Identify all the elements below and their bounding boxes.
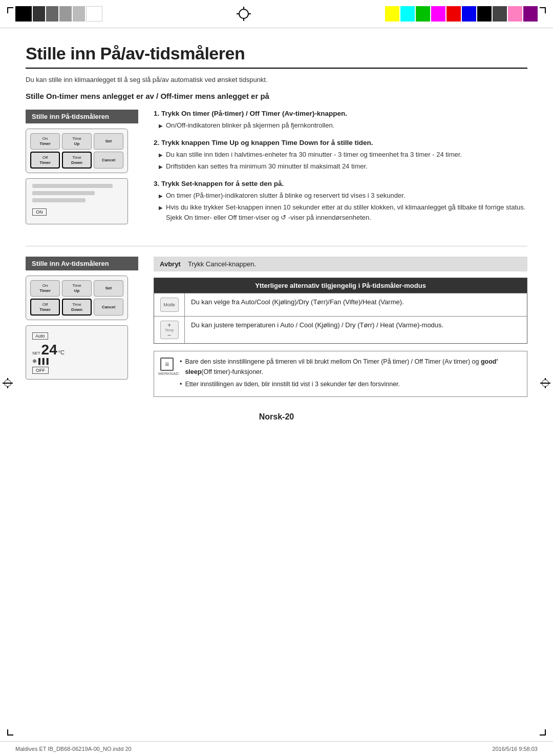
- swatch-purple: [523, 6, 538, 22]
- off-timer-btn2[interactable]: Off Timer: [30, 299, 60, 316]
- alt-text-cell-1: Du kan velge fra Auto/Cool (Kjøling)/Dry…: [185, 293, 527, 316]
- set-label: SET: [32, 351, 40, 355]
- section1-label: Stille inn På-tidsmåleren: [26, 110, 138, 123]
- btn-cancel-label: Cancel: [102, 158, 115, 163]
- step1-title: 1. Trykk On timer (På-timer) / Off Timer…: [154, 110, 527, 117]
- crosshair-circle: [239, 9, 249, 19]
- note-icon-inner: ≡: [160, 358, 174, 371]
- time-down-btn2[interactable]: Time Down: [62, 299, 92, 316]
- section1-right: 1. Trykk On timer (På-timer) / Off Timer…: [154, 110, 527, 230]
- bottom-bar: Maldives ET IB_DB68-06219A-00_NO.indd 20…: [0, 741, 553, 756]
- off-badge: OFF: [32, 367, 49, 374]
- temp-unit: °C: [58, 349, 65, 355]
- btn-time-label: Time: [72, 136, 81, 141]
- remote-control-2: On Timer Time Up Set Off Timer: [26, 276, 128, 320]
- on-timer-btn2[interactable]: On Timer: [30, 280, 60, 297]
- alt-icon-cell-1: Mode: [154, 293, 185, 316]
- plus-symbol: +: [167, 322, 172, 328]
- avbryt-text: Trykk Cancel-knappen.: [188, 260, 256, 268]
- top-crosshair: [237, 7, 251, 21]
- section2-label: Stille inn Av-tidsmåleren: [26, 257, 138, 270]
- btn-on-label: On: [42, 136, 48, 141]
- note-text-2: Etter innstillingen av tiden, blir innst…: [185, 379, 400, 389]
- alt-text-cell-2: Du kan justere temperaturen i Auto / Coo…: [185, 317, 527, 343]
- cancel-btn2[interactable]: Cancel: [94, 299, 123, 316]
- mode-icon: Mode: [160, 298, 179, 312]
- set-btn[interactable]: Set: [94, 133, 123, 150]
- off-timer-btn[interactable]: Off Timer: [30, 152, 60, 169]
- btn-timer-label: Timer: [39, 141, 51, 146]
- minus-symbol: −: [167, 332, 172, 339]
- remote-control-1: On Timer Time Up Set Off Timer: [26, 129, 128, 173]
- time-up-btn[interactable]: Time Up: [62, 133, 92, 150]
- swatch-darkgray: [493, 6, 507, 22]
- step-3: 3. Trykk Set-knappen for å sette den på.…: [154, 180, 527, 223]
- step2-bullet-2: Driftstiden kan settes fra minimum 30 mi…: [159, 161, 527, 172]
- av-icons: ❄ ▌▌▌: [32, 358, 121, 365]
- corner-mark-bl: [7, 729, 13, 736]
- temp-number: 24: [41, 343, 57, 357]
- merknad-label: MERKNAD: [158, 371, 179, 377]
- swatch-mid: [46, 6, 58, 22]
- cancel-btn[interactable]: Cancel: [94, 152, 123, 169]
- section2-left: Stille inn Av-tidsmåleren On Timer Time …: [26, 257, 138, 397]
- section-divider: [26, 246, 527, 246]
- alt-row-2: + Temp − Du kan justere temperaturen i A…: [154, 316, 527, 343]
- set-btn2[interactable]: Set: [94, 280, 123, 297]
- swatch-dark: [33, 6, 45, 22]
- step-2: 2. Trykk knappen Time Up og knappen Time…: [154, 139, 527, 172]
- time-up-btn2[interactable]: Time Up: [62, 280, 92, 297]
- remote-buttons-2: On Timer Time Up Set Off Timer: [30, 280, 123, 316]
- page-title: Stille inn På/av-tidsmåleren: [26, 44, 527, 69]
- btn-down-label: Down: [71, 160, 82, 165]
- display-panel-1: ON: [26, 178, 128, 224]
- corner-mark-tl: [7, 7, 13, 13]
- btn-up-label: Up: [74, 141, 80, 146]
- top-center: [102, 7, 385, 21]
- section2-right: Avbryt Trykk Cancel-knappen. Ytterligere…: [154, 257, 527, 397]
- alt-table: Ytterligere alternativ tilgjengelig i På…: [154, 278, 527, 344]
- btn-off-label: Off: [42, 155, 48, 160]
- swatch-black: [15, 6, 32, 22]
- note-icon: ≡: [159, 356, 175, 372]
- auto-label: Auto: [32, 332, 48, 340]
- corner-mark-br: [540, 729, 546, 736]
- footer-right: 2016/5/16 9:58:03: [492, 746, 538, 752]
- step2-title: 2. Trykk knappen Time Up og knappen Time…: [154, 139, 527, 146]
- alt-icon-cell-2: + Temp −: [154, 317, 185, 343]
- display-panel-av: Auto SET 24 °C ❄ ▌▌▌ OFF: [26, 325, 128, 380]
- corner-mark-tr: [540, 7, 546, 13]
- mode-label: Mode: [163, 302, 175, 307]
- swatch-magenta: [431, 6, 445, 22]
- page-number: Norsk-20: [26, 412, 527, 422]
- avbryt-label: Avbryt: [160, 260, 181, 268]
- section2-row: Stille inn Av-tidsmåleren On Timer Time …: [26, 257, 527, 397]
- section1-row: Stille inn På-tidsmåleren On Timer Time …: [26, 110, 527, 230]
- note-text-1: Bare den siste innstillingene på timeren…: [185, 356, 521, 377]
- btn-set-label: Set: [105, 139, 112, 144]
- time-down-btn[interactable]: Time Down: [62, 152, 92, 169]
- swatch-blue: [462, 6, 476, 22]
- btn-timer2-label: Timer: [39, 160, 51, 165]
- note-bullet-2: Etter innstillingen av tiden, blir innst…: [180, 379, 521, 389]
- intro-text: Du kan stille inn klimaanlegget til å se…: [26, 76, 527, 83]
- swatch-yellow: [385, 6, 399, 22]
- right-crosshair: [540, 378, 550, 388]
- swatch-light: [59, 6, 72, 22]
- on-badge: ON: [32, 208, 47, 216]
- display-line-1: [32, 184, 113, 188]
- swatch-pink: [508, 6, 522, 22]
- swatch-green: [416, 6, 430, 22]
- swatch-red: [446, 6, 461, 22]
- alt-row-1: Mode Du kan velge fra Auto/Cool (Kjøling…: [154, 293, 527, 316]
- temp-icon: + Temp −: [160, 321, 179, 339]
- footer-left: Maldives ET IB_DB68-06219A-00_NO.indd 20: [15, 746, 132, 752]
- left-swatches: [15, 6, 102, 22]
- swatch-lighter: [73, 6, 85, 22]
- remote-buttons-1: On Timer Time Up Set Off Timer: [30, 133, 123, 169]
- on-timer-btn[interactable]: On Timer: [30, 133, 60, 150]
- av-set-temp: SET 24 °C: [32, 343, 121, 357]
- right-swatches: [385, 6, 538, 22]
- step-1: 1. Trykk On timer (På-timer) / Off Timer…: [154, 110, 527, 131]
- step2-bullet-1: Du kan stille inn tiden i halvtimes-enhe…: [159, 150, 527, 160]
